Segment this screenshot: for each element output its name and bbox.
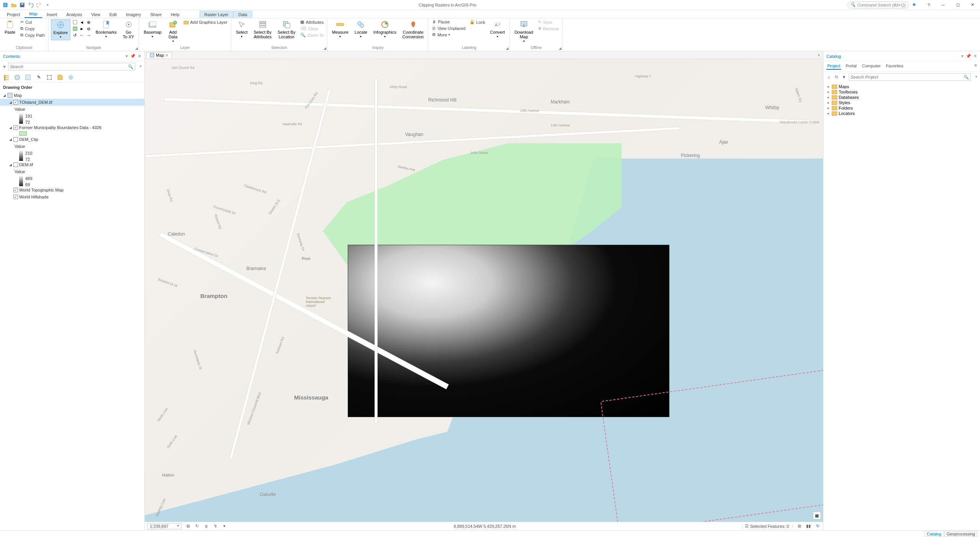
select-by-loc-button[interactable]: Select By Location (275, 19, 298, 40)
map-scale-input[interactable]: 1:239,697▾ (147, 523, 182, 529)
catalog-tab-project[interactable]: Project (826, 63, 841, 70)
more-labeling-button[interactable]: ⚙More ▾ (431, 32, 466, 38)
filter-icon[interactable]: ▼ (2, 64, 7, 69)
map-tab-menu-icon[interactable]: ▾ (816, 53, 821, 57)
toc-layer-municipality[interactable]: ◢ Former Municipality Boundaries Data - … (0, 124, 144, 131)
pane-close-icon[interactable]: ✕ (138, 54, 141, 59)
pane-menu-icon[interactable]: ▾ (961, 54, 964, 59)
dock-tab-geoprocessing[interactable]: Geoprocessing (944, 531, 978, 537)
paste-button[interactable]: Paste (2, 19, 18, 35)
attributes-button[interactable]: ▦Attributes (299, 19, 325, 25)
snap-icon[interactable]: ▾ (221, 523, 227, 529)
catalog-refresh-icon[interactable]: ↻ (833, 74, 839, 80)
remove-offline-button[interactable]: ✖Remove (537, 26, 560, 31)
notifications-icon[interactable]: ❖ (909, 1, 919, 9)
sync-button[interactable]: ↻Sync (537, 19, 560, 25)
locate-button[interactable]: Locate▾ (352, 19, 370, 39)
toc-layer-dem-tif[interactable]: ◢ DEM.tif (0, 161, 144, 168)
toc-layer-world-topo[interactable]: World Topographic Map (0, 187, 144, 193)
tab-insert[interactable]: Insert (42, 11, 62, 18)
pane-autohide-icon[interactable]: 📌 (130, 54, 136, 59)
cut-button[interactable]: ✂Cut (19, 19, 46, 25)
tab-view[interactable]: View (87, 11, 105, 18)
catalog-search-input[interactable] (851, 75, 969, 79)
layer-checkbox[interactable] (13, 188, 18, 192)
draw-refresh-icon[interactable]: ↻ (815, 523, 821, 529)
list-by-labeling-icon[interactable] (57, 74, 64, 81)
dock-tab-catalog[interactable]: Catalog (924, 531, 944, 537)
tab-help[interactable]: Help (166, 11, 184, 18)
catalog-tab-portal[interactable]: Portal (845, 63, 857, 70)
catalog-filter-icon[interactable]: ▼ (841, 74, 847, 80)
close-button[interactable]: ✕ (967, 1, 978, 9)
offline-launcher-icon[interactable]: ◢ (559, 46, 561, 50)
scale-lock-icon[interactable]: ·⊞ (185, 523, 191, 529)
map-overlay-toggle-icon[interactable]: ▦ (813, 512, 821, 519)
open-icon[interactable] (11, 2, 17, 8)
list-by-drawing-order-icon[interactable] (3, 74, 10, 81)
layer-checkbox[interactable] (13, 162, 18, 167)
source-icon[interactable]: ⊞ (796, 523, 802, 529)
map-canvas[interactable]: Richmond Hill Markham Vaughan Whitby Aja… (145, 59, 823, 522)
selection-launcher-icon[interactable]: ◢ (324, 46, 326, 50)
help-icon[interactable]: ? (923, 1, 934, 9)
list-by-snapping-icon[interactable] (46, 74, 53, 81)
pause-drawing-icon[interactable]: ⏸ (203, 523, 209, 529)
rotation-icon[interactable]: ↻ (194, 523, 200, 529)
select-button[interactable]: Select ▾ (234, 19, 250, 39)
catalog-item-folders[interactable]: ▸Folders (825, 105, 978, 111)
tab-edit[interactable]: Edit (105, 11, 121, 18)
explore-button[interactable]: Explore ▾ (51, 19, 70, 40)
clear-selection-button[interactable]: ⌫Clear (299, 26, 325, 31)
nav-ico-a[interactable]: ↺ (72, 32, 78, 38)
pane-close-icon[interactable]: ✕ (973, 54, 977, 59)
maximize-button[interactable]: ◻ (952, 1, 963, 9)
list-by-editing-icon[interactable]: ✎ (35, 74, 42, 81)
coord-conv-button[interactable]: Coordinate Conversion (400, 19, 426, 40)
layer-checkbox[interactable] (13, 137, 18, 142)
nav-ico-c[interactable]: → (86, 32, 92, 38)
minimize-button[interactable]: ─ (938, 1, 949, 9)
command-search[interactable]: 🔍 Command Search (Alt+Q) (847, 2, 909, 8)
list-by-source-icon[interactable] (14, 74, 21, 81)
catalog-item-locators[interactable]: ▸Locators (825, 111, 978, 116)
catalog-item-toolboxes[interactable]: ▸Toolboxes (825, 89, 978, 95)
catalog-tab-favorites[interactable]: Favorites (885, 63, 904, 70)
view-unplaced-button[interactable]: ◎View Unplaced (431, 25, 466, 31)
draw-pause-icon[interactable]: ▮▮ (805, 523, 811, 529)
tab-map[interactable]: Map (25, 10, 42, 18)
contents-search[interactable]: 🔍 ▾ (8, 63, 135, 70)
catalog-search[interactable]: 🔍 ▾ (849, 73, 971, 81)
tab-imagery[interactable]: Imagery (121, 11, 146, 18)
catalog-item-databases[interactable]: ▸Databases (825, 95, 978, 100)
toc-layer-toisland-dem[interactable]: ◢ TOIsland_DEM.tif (0, 99, 144, 106)
add-data-button[interactable]: + Add Data ▾ (165, 19, 181, 44)
catalog-menu-icon[interactable]: ≡ (975, 63, 977, 70)
catalog-item-maps[interactable]: ▸Maps (825, 84, 978, 89)
pause-labels-button[interactable]: ⏸Pause (431, 19, 466, 25)
redo-icon[interactable] (36, 2, 42, 8)
measure-button[interactable]: Measure▾ (330, 19, 351, 39)
list-by-perceptual-icon[interactable] (67, 74, 74, 81)
prev-extent-icon[interactable]: ◄ (79, 19, 85, 25)
select-by-attr-button[interactable]: Select By Attributes (251, 19, 273, 40)
map-view-tab[interactable]: Map ✕ (146, 52, 172, 58)
full-extent-icon[interactable] (72, 19, 78, 25)
refresh-icon[interactable]: ↯ (212, 523, 218, 529)
navigate-launcher-icon[interactable]: ◢ (135, 46, 138, 50)
tab-share[interactable]: Share (146, 11, 166, 18)
toc-layer-world-hillshade[interactable]: World Hillshade (0, 193, 144, 200)
nav-ico-b[interactable]: ← (79, 32, 85, 38)
tab-analysis[interactable]: Analysis (62, 11, 87, 18)
tab-project[interactable]: Project (2, 11, 25, 18)
tab-data[interactable]: Data (233, 11, 252, 18)
labeling-launcher-icon[interactable]: ◢ (506, 46, 509, 50)
new-project-icon[interactable] (2, 2, 8, 8)
save-icon[interactable] (19, 2, 25, 8)
catalog-home-icon[interactable]: ⌂ (826, 74, 832, 80)
layer-checkbox[interactable] (13, 125, 18, 130)
copy-path-button[interactable]: ⧉Copy Path (19, 32, 46, 38)
next-extent-icon[interactable]: ► (79, 26, 85, 32)
qat-more-icon[interactable]: ▾ (44, 2, 51, 8)
toc-map-frame[interactable]: ◢ Map (0, 92, 144, 99)
